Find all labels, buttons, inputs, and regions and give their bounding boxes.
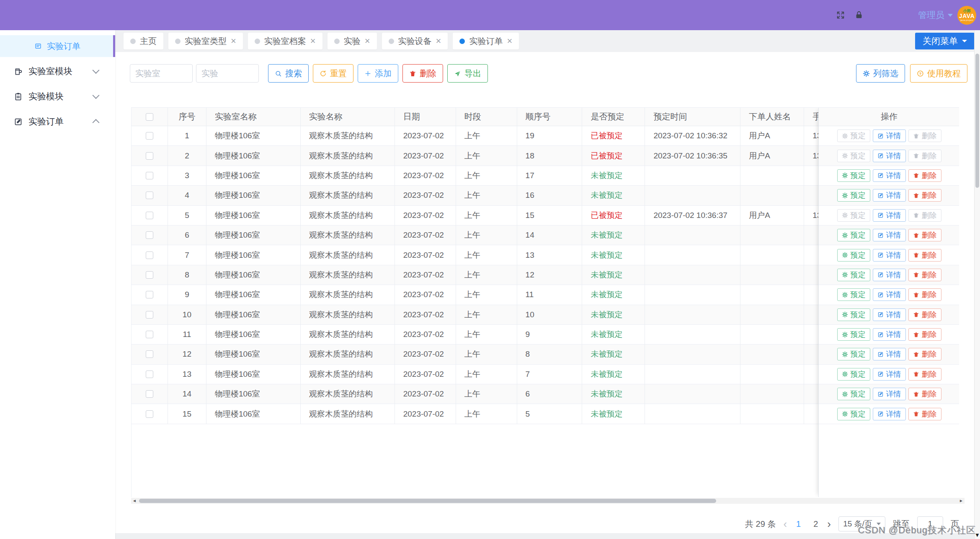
search-button[interactable]: 搜索 (268, 64, 309, 83)
detail-button[interactable]: 详情 (873, 209, 906, 222)
delete-button[interactable]: 删除 (908, 130, 941, 142)
reserve-button[interactable]: 预定 (837, 408, 870, 420)
avatar[interactable]: 小郑 JAVA java-project (957, 6, 976, 25)
detail-button[interactable]: 详情 (873, 408, 906, 420)
delete-button[interactable]: 删除 (908, 348, 941, 360)
close-icon[interactable]: × (436, 36, 441, 46)
delete-button[interactable]: 删除 (908, 189, 941, 202)
row-checkbox[interactable] (146, 331, 153, 338)
detail-button[interactable]: 详情 (873, 288, 906, 301)
user-dropdown[interactable]: 管理员 (918, 0, 953, 30)
delete-button[interactable]: 删除 (908, 269, 941, 281)
tab[interactable]: 实验室档案 × (248, 33, 322, 49)
delete-button[interactable]: 删除 (402, 64, 443, 83)
reset-button[interactable]: 重置 (313, 64, 353, 83)
tab[interactable]: 实验室类型 × (168, 33, 243, 49)
delete-button[interactable]: 删除 (908, 209, 941, 222)
row-checkbox[interactable] (146, 410, 153, 418)
reserve-button[interactable]: 预定 (837, 189, 870, 202)
detail-button[interactable]: 详情 (873, 150, 906, 162)
detail-button[interactable]: 详情 (873, 388, 906, 400)
detail-button[interactable]: 详情 (873, 308, 906, 321)
reserve-button[interactable]: 预定 (837, 388, 870, 400)
sidebar-item[interactable]: 实验订单 (0, 109, 115, 134)
detail-button[interactable]: 详情 (873, 169, 906, 182)
detail-button[interactable]: 详情 (873, 368, 906, 381)
detail-button[interactable]: 详情 (873, 130, 906, 142)
exp-filter-input[interactable] (196, 64, 259, 83)
vertical-scroll-thumb[interactable] (975, 54, 979, 188)
row-checkbox[interactable] (146, 291, 153, 298)
tab[interactable]: 主页 (124, 33, 163, 49)
close-menu-button[interactable]: 关闭菜单 (915, 33, 975, 49)
close-icon[interactable]: × (231, 36, 236, 46)
delete-button[interactable]: 删除 (908, 388, 941, 400)
page-number-1[interactable]: 1 (794, 519, 802, 529)
vertical-scrollbar[interactable]: ▼ (974, 30, 980, 539)
detail-button[interactable]: 详情 (873, 269, 906, 281)
page-number-2[interactable]: 2 (812, 519, 820, 529)
tab[interactable]: 实验 × (328, 33, 377, 49)
export-button[interactable]: 导出 (447, 64, 488, 83)
close-icon[interactable]: × (507, 36, 512, 46)
reserve-button[interactable]: 预定 (837, 328, 870, 341)
detail-button[interactable]: 详情 (873, 348, 906, 360)
select-all-checkbox[interactable] (146, 113, 153, 121)
fullscreen-icon[interactable] (836, 10, 845, 20)
row-checkbox[interactable] (146, 212, 153, 219)
row-checkbox[interactable] (146, 132, 153, 140)
row-checkbox[interactable] (146, 192, 153, 199)
prev-page-icon[interactable]: ‹ (783, 518, 787, 529)
detail-button[interactable]: 详情 (873, 249, 906, 262)
row-checkbox[interactable] (146, 271, 153, 279)
delete-button[interactable]: 删除 (908, 169, 941, 182)
row-checkbox[interactable] (146, 350, 153, 358)
delete-button[interactable]: 删除 (908, 328, 941, 341)
tutorial-button[interactable]: 使用教程 (910, 64, 967, 83)
delete-button[interactable]: 删除 (908, 249, 941, 262)
reserve-button[interactable]: 预定 (837, 348, 870, 360)
add-button[interactable]: 添加 (358, 64, 398, 83)
sidebar-subitem-order[interactable]: 实验订单 (0, 35, 115, 57)
row-checkbox[interactable] (146, 231, 153, 239)
column-filter-button[interactable]: 列筛选 (856, 64, 905, 83)
tab[interactable]: 实验订单 × (453, 33, 519, 49)
horizontal-scroll-thumb[interactable] (139, 499, 716, 503)
row-checkbox[interactable] (146, 311, 153, 319)
row-checkbox[interactable] (146, 152, 153, 160)
sidebar-item[interactable]: 实验模块 (0, 84, 115, 109)
sidebar-item[interactable]: 实验室模块 (0, 59, 115, 84)
row-checkbox[interactable] (146, 251, 153, 259)
reserve-button[interactable]: 预定 (837, 249, 870, 262)
reserve-button[interactable]: 预定 (837, 169, 870, 182)
reserve-button[interactable]: 预定 (837, 209, 870, 222)
row-checkbox[interactable] (146, 390, 153, 398)
tab[interactable]: 实验设备 × (382, 33, 448, 49)
reserve-button[interactable]: 预定 (837, 288, 870, 301)
reserve-button[interactable]: 预定 (837, 368, 870, 381)
detail-button[interactable]: 详情 (873, 189, 906, 202)
delete-button[interactable]: 删除 (908, 288, 941, 301)
close-icon[interactable]: × (310, 36, 316, 46)
delete-button[interactable]: 删除 (908, 150, 941, 162)
delete-button[interactable]: 删除 (908, 368, 941, 381)
horizontal-scrollbar[interactable]: ◄ ► (131, 498, 965, 504)
scroll-right-icon[interactable]: ► (959, 498, 963, 504)
scroll-left-icon[interactable]: ◄ (132, 498, 137, 504)
reserve-button[interactable]: 预定 (837, 150, 870, 162)
reserve-button[interactable]: 预定 (837, 269, 870, 281)
detail-button[interactable]: 详情 (873, 229, 906, 241)
reserve-button[interactable]: 预定 (837, 308, 870, 321)
delete-button[interactable]: 删除 (908, 229, 941, 241)
lab-filter-input[interactable] (130, 64, 193, 83)
row-checkbox[interactable] (146, 172, 153, 179)
lock-icon[interactable] (854, 10, 864, 20)
reserve-button[interactable]: 预定 (837, 130, 870, 142)
next-page-icon[interactable]: › (827, 518, 831, 529)
detail-button[interactable]: 详情 (873, 328, 906, 341)
reserve-button[interactable]: 预定 (837, 229, 870, 241)
delete-button[interactable]: 删除 (908, 408, 941, 420)
row-checkbox[interactable] (146, 371, 153, 378)
delete-button[interactable]: 删除 (908, 308, 941, 321)
close-icon[interactable]: × (365, 36, 370, 46)
